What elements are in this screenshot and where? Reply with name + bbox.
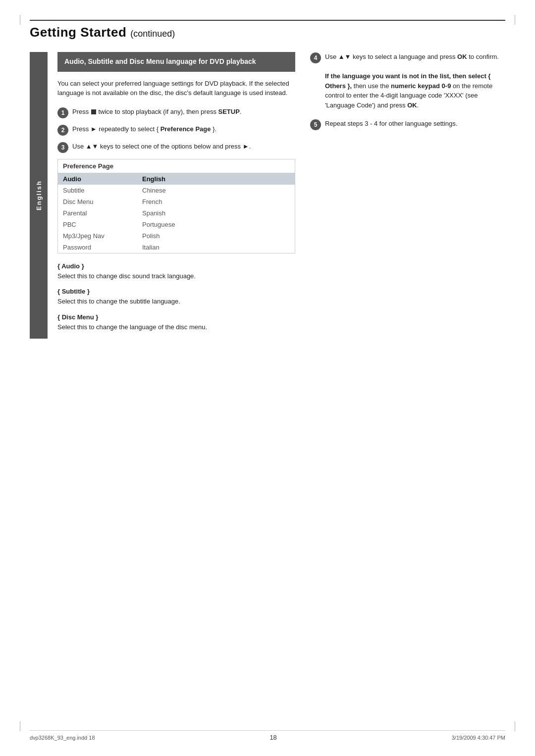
step-5-text: Repeat steps 3 - 4 for other language se… [325,119,457,129]
step-5: 5 Repeat steps 3 - 4 for other language … [310,119,505,130]
pref-col-right-english: English [142,175,165,183]
pref-row-mp3jpeg: Mp3/Jpeg Nav Polish [58,230,295,242]
margin-line-bottom-right [515,721,515,731]
section-def-discmenu-title: { Disc Menu } [57,313,295,321]
page-title: Getting Started [30,25,126,40]
footer-page-number: 18 [269,734,276,741]
pref-col-left-parental: Parental [63,209,142,217]
bold-note: If the language you want is not in the l… [325,71,505,110]
pref-col-right-portuguese: Portuguese [142,221,175,228]
pref-col-left-audio: Audio [63,175,142,183]
sidebar-language-text: English [35,180,43,210]
pref-col-left-subtitle: Subtitle [63,187,142,194]
pref-col-left-pbc: PBC [63,221,142,228]
page-container: Getting Started (continued) English Audi… [0,0,535,756]
step-4-text: Use ▲▼ keys to select a language and pre… [325,52,499,62]
pref-row-audio: Audio English [58,173,295,185]
section-box-title: Audio, Subtitle and Disc Menu language f… [64,57,288,67]
pref-row-pbc: PBC Portuguese [58,219,295,230]
pref-col-right-spanish: Spanish [142,209,165,217]
footer-filename: dvp3268K_93_eng.indd 18 [30,735,95,741]
section-def-audio-text: Select this to change disc sound track l… [57,271,295,281]
pref-col-right-polish: Polish [142,232,160,240]
left-column: Audio, Subtitle and Disc Menu language f… [57,52,295,339]
section-def-discmenu-text: Select this to change the language of th… [57,322,295,332]
section-def-subtitle: { Subtitle } Select this to change the s… [57,288,295,306]
right-column: 4 Use ▲▼ keys to select a language and p… [310,52,505,339]
pref-row-subtitle: Subtitle Chinese [58,185,295,196]
margin-line-bottom-left [20,721,20,731]
step-3-text: Use ▲▼ keys to select one of the options… [72,142,251,151]
pref-col-right-chinese: Chinese [142,187,166,194]
pref-col-left-discmenu: Disc Menu [63,198,142,205]
pref-row-password: Password Italian [58,242,295,253]
step-5-number: 5 [310,119,321,130]
section-description: You can select your preferred language s… [57,79,295,98]
pref-col-right-italian: Italian [142,244,160,251]
margin-line-top-left [20,15,20,25]
step-2-text: Press ► repeatedly to select { Preferenc… [72,124,216,134]
step-4-number: 4 [310,52,321,63]
step-4: 4 Use ▲▼ keys to select a language and p… [310,52,505,63]
page-footer: dvp3268K_93_eng.indd 18 18 3/19/2009 4:3… [30,730,505,741]
preference-table: Preference Page Audio English Subtitle C… [57,159,295,253]
margin-line-top-right [515,15,515,25]
section-header-box: Audio, Subtitle and Disc Menu language f… [57,52,295,72]
step-1-number: 1 [57,107,68,118]
pref-col-left-mp3jpeg: Mp3/Jpeg Nav [63,232,142,240]
content-area: English Audio, Subtitle and Disc Menu la… [30,52,505,339]
section-def-audio-title: { Audio } [57,262,295,270]
pref-row-discmenu: Disc Menu French [58,196,295,207]
step-3-number: 3 [57,142,68,153]
page-header: Getting Started (continued) [30,20,505,40]
step-2-number: 2 [57,125,68,136]
stop-icon [91,109,96,114]
pref-row-parental: Parental Spanish [58,207,295,219]
step-3: 3 Use ▲▼ keys to select one of the optio… [57,142,295,153]
section-def-audio: { Audio } Select this to change disc sou… [57,262,295,281]
step-1-text: Press twice to stop playback (if any), t… [72,107,241,117]
step-1: 1 Press twice to stop playback (if any),… [57,107,295,118]
sidebar-english-label: English [30,52,48,339]
preference-table-header: Preference Page [58,159,295,173]
pref-col-right-french: French [142,198,162,205]
page-subtitle: (continued) [130,29,175,39]
section-def-discmenu: { Disc Menu } Select this to change the … [57,313,295,332]
section-def-subtitle-title: { Subtitle } [57,288,295,295]
section-def-subtitle-text: Select this to change the subtitle langu… [57,297,295,306]
pref-col-left-password: Password [63,244,142,251]
step-2: 2 Press ► repeatedly to select { Prefere… [57,124,295,136]
footer-timestamp: 3/19/2009 4:30:47 PM [452,735,505,741]
